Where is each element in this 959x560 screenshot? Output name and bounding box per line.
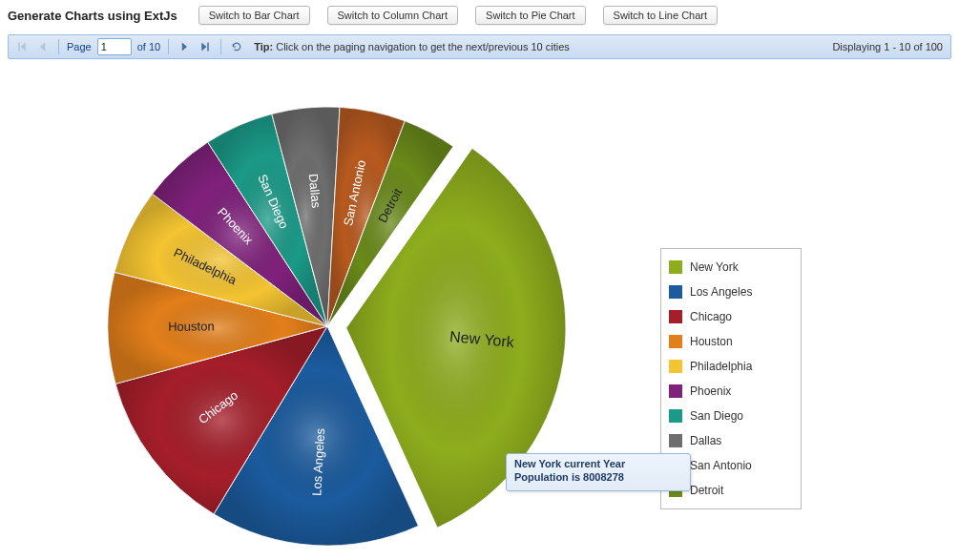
legend-swatch [669,384,682,398]
refresh-button[interactable] [229,39,244,54]
legend-label: Dallas [690,434,721,447]
pie-chart: New YorkLos AngelesChicagoHoustonPhilade… [8,59,959,555]
legend-swatch [669,260,682,274]
toolbar-separator [58,39,59,54]
legend-label: Houston [690,335,733,348]
paging-tip: Tip: Click on the paging navigation to g… [254,41,570,52]
legend-label: Philadelphia [690,360,752,373]
chart-tooltip-text: New York current Year Population is 8008… [514,458,625,483]
legend-swatch [669,409,682,423]
legend-item[interactable]: New York [669,255,793,280]
chart-area: New YorkLos AngelesChicagoHoustonPhilade… [8,59,951,555]
toolbar-separator [168,39,169,54]
legend-swatch [669,285,682,299]
legend-item[interactable]: Philadelphia [669,354,793,379]
first-page-icon [16,41,28,52]
next-page-button[interactable] [177,39,192,54]
legend-label: New York [690,260,739,274]
legend-swatch [669,310,682,323]
last-page-icon [199,41,211,52]
prev-page-icon [37,41,49,52]
legend-label: Chicago [690,310,732,323]
switch-pie-chart-button[interactable]: Switch to Pie Chart [475,6,586,25]
chart-tooltip: New York current Year Population is 8008… [506,453,691,491]
paging-toolbar: Page of 10 Tip: Click on the paging navi… [8,34,951,59]
legend-swatch [669,434,682,447]
next-page-icon [178,41,190,52]
header-row: Generate Charts using ExtJs Switch to Ba… [8,6,951,25]
legend-item[interactable]: Chicago [669,304,793,329]
legend-item[interactable]: Dallas [669,428,793,453]
legend-label: Los Angeles [690,285,752,299]
page-number-input[interactable] [97,38,132,55]
legend-label: San Diego [690,409,743,423]
switch-line-chart-button[interactable]: Switch to Line Chart [603,6,718,25]
legend-item[interactable]: Los Angeles [669,280,793,304]
prev-page-button[interactable] [35,39,51,54]
legend-item[interactable]: San Diego [669,404,793,428]
legend-item[interactable]: Houston [669,329,793,354]
legend-label: Phoenix [690,384,731,398]
last-page-button[interactable] [198,39,213,54]
legend-item[interactable]: Phoenix [669,379,793,404]
switch-column-chart-button[interactable]: Switch to Column Chart [327,6,459,25]
toolbar-separator [220,39,221,54]
legend-swatch [669,335,682,348]
legend-label: Detroit [690,484,723,497]
switch-bar-chart-button[interactable]: Switch to Bar Chart [198,6,310,25]
page-label: Page [67,41,92,52]
legend-label: San Antonio [690,459,752,472]
legend-swatch [669,360,682,373]
refresh-icon [231,41,242,52]
page-total-label: of 10 [137,41,160,52]
displaying-label: Displaying 1 - 10 of 100 [832,41,945,52]
pie-slice-label: Houston [168,319,215,333]
first-page-button[interactable] [14,39,30,54]
page-title: Generate Charts using ExtJs [8,9,177,23]
paging-tip-label: Tip: [254,41,273,52]
paging-tip-text: Click on the paging navigation to get th… [276,41,570,52]
